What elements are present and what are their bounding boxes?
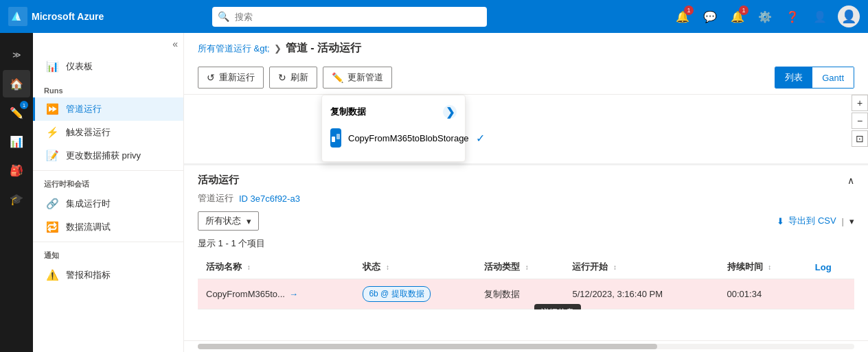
change-capture-icon: 📝	[46, 150, 59, 162]
icon-bar: ≫ 🏠 ✏️ 1 📊 🎒 🎓	[0, 33, 33, 352]
meta-row: 管道运行 ID 3e7c6f92-a3	[198, 192, 854, 204]
dropdown-pipeline-item[interactable]: CopyFromM365toBlobStorage ✓	[322, 123, 465, 153]
alerts-icon: ⚠️	[46, 269, 59, 281]
update-pipeline-label: 更新管道	[347, 71, 383, 84]
runs-group-label: Runs	[33, 81, 183, 97]
content-area: 所有管道运行 &gt; ❯ 管道 - 活动运行 ↺ 重新运行 ↻ 刷新 ✏️ 更…	[184, 33, 868, 352]
breadcrumb-current: 管道 - 活动运行	[286, 41, 361, 56]
svg-rect-2	[336, 134, 340, 139]
col-duration-sort-icon[interactable]: ↕	[768, 263, 771, 271]
export-icon: ⬇	[777, 216, 784, 226]
section-collapse-icon[interactable]: ∧	[847, 175, 854, 186]
search-input[interactable]	[212, 7, 487, 27]
dropdown-title: 复制数据	[330, 106, 366, 118]
search-icon: 🔍	[218, 11, 229, 22]
home-icon-btn[interactable]: 🏠	[3, 70, 30, 97]
export-chevron-icon[interactable]: ▾	[849, 216, 854, 226]
update-pipeline-button[interactable]: ✏️ 更新管道	[323, 67, 392, 89]
fit-button[interactable]: ⊡	[852, 130, 868, 147]
breadcrumb-parent-text: 所有管道运行 &gt;	[198, 43, 270, 54]
pipeline-runs-icon: ⏩	[46, 103, 59, 115]
avatar-button[interactable]: 👤	[838, 5, 860, 27]
col-activity-name-sort-icon[interactable]: ↕	[247, 263, 251, 271]
monitor-icon-btn[interactable]: 📊	[3, 128, 30, 155]
activity-arrow-icon[interactable]: →	[289, 289, 298, 299]
help-button[interactable]: ❓	[780, 4, 805, 29]
dashboard-icon: 📊	[46, 60, 59, 73]
table-header-row: 活动名称 ↕ 状态 ↕ 活动类型 ↕	[198, 255, 854, 279]
scrollbar-container	[184, 340, 868, 352]
sidebar-item-dashboard[interactable]: 📊 仪表板	[33, 55, 183, 78]
gantt-view-button[interactable]: Gantt	[812, 67, 854, 88]
alert-button[interactable]: 🔔 1	[725, 4, 750, 29]
section-header: 活动运行 ∧	[198, 174, 854, 187]
sidebar-item-change-capture[interactable]: 📝 更改数据捕获 privy	[33, 144, 183, 167]
tooltip-popup: 详细信息	[534, 304, 581, 309]
trigger-runs-icon: ⚡	[46, 126, 59, 139]
copy-data-icon	[330, 132, 341, 143]
pipeline-run-id[interactable]: ID 3e7c6f92-a3	[239, 193, 300, 204]
sidebar-divider-1	[33, 170, 183, 171]
sidebar-item-alerts[interactable]: ⚠️ 警报和指标	[33, 263, 183, 287]
rerun-icon: ↺	[207, 72, 215, 83]
sidebar-divider-2	[33, 242, 183, 242]
pencil-icon-btn[interactable]: ✏️ 1	[3, 99, 30, 126]
zoom-out-button[interactable]: −	[852, 113, 868, 129]
col-duration: 持续时间 ↕	[719, 255, 807, 279]
collapse-sidebar-button[interactable]: «	[172, 38, 178, 49]
activity-name-value: CopyFromM365to...	[206, 289, 285, 299]
topbar-actions: 🔔 1 💬 🔔 1 ⚙️ ❓ 👤 👤	[670, 4, 860, 29]
sidebar-item-trigger-runs[interactable]: ⚡ 触发器运行	[33, 121, 183, 144]
pipeline-item-icon	[330, 128, 341, 148]
dropdown-container: 复制数据 ❯ CopyFromM365toBlobStorage ✓	[184, 95, 868, 163]
alert-badge: 1	[739, 5, 749, 15]
col-duration-label: 持续时间	[727, 261, 763, 272]
sidebar-change-capture-label: 更改数据捕获 privy	[66, 150, 141, 162]
side-controls: + − ⊡	[852, 95, 868, 147]
table-row: CopyFromM365to... → 6b @ 提取数据 复制数据 5/12/	[198, 279, 854, 309]
learn-icon-btn[interactable]: 🎓	[3, 185, 30, 213]
export-csv-button[interactable]: ⬇ 导出到 CSV	[777, 215, 836, 227]
export-area: ⬇ 导出到 CSV | ▾	[777, 215, 854, 227]
col-activity-name: 活动名称 ↕	[198, 255, 354, 279]
status-filter-label: 所有状态	[205, 215, 241, 227]
settings-button[interactable]: ⚙️	[753, 4, 777, 29]
scrollbar-thumb[interactable]	[198, 344, 657, 349]
user-button[interactable]: 👤	[808, 4, 832, 29]
table-container: 活动名称 ↕ 状态 ↕ 活动类型 ↕	[198, 255, 854, 309]
main-layout: ≫ 🏠 ✏️ 1 📊 🎒 🎓 « 📊 仪表板 Runs ⏩ 管道运行 ⚡ 触发器…	[0, 33, 868, 352]
filters-row: 所有状态 ▾ ⬇ 导出到 CSV | ▾	[198, 211, 854, 231]
notifications-group-label: 通知	[33, 245, 183, 263]
table-cell-activity-name: CopyFromM365to... →	[198, 279, 354, 309]
export-divider: |	[842, 216, 844, 226]
expand-sidebar-button[interactable]: ≫	[3, 41, 30, 69]
refresh-button[interactable]: ↻ 刷新	[269, 67, 317, 89]
status-badge: 6b @ 提取数据	[363, 286, 430, 302]
col-run-start-label: 运行开始	[572, 261, 608, 272]
col-activity-type-sort-icon[interactable]: ↕	[525, 263, 529, 271]
sidebar-item-integration-runtime[interactable]: 🔗 集成运行时	[33, 192, 183, 215]
table-cell-log	[807, 279, 854, 309]
status-filter-dropdown[interactable]: 所有状态 ▾	[198, 211, 259, 231]
zoom-in-button[interactable]: +	[852, 95, 868, 111]
list-view-button[interactable]: 列表	[775, 67, 812, 88]
sidebar-dataflow-label: 数据流调试	[66, 221, 111, 233]
table-cell-status: 6b @ 提取数据	[354, 279, 476, 309]
dropdown-header: 复制数据 ❯	[322, 101, 465, 123]
sidebar-item-data-flow-debug[interactable]: 🔁 数据流调试	[33, 215, 183, 239]
dropdown-close-icon[interactable]: ❯	[443, 105, 457, 119]
feedback-button[interactable]: 💬	[698, 4, 722, 29]
refresh-icon: ↻	[278, 72, 286, 83]
col-run-start-sort-icon[interactable]: ↕	[613, 263, 617, 271]
topbar: Microsoft Azure 🔍 🔔 1 💬 🔔 1 ⚙️ ❓ 👤 👤	[0, 0, 868, 33]
col-status-sort-icon[interactable]: ↕	[386, 263, 389, 271]
dropdown-item-check-icon: ✓	[476, 132, 485, 145]
sidebar-item-pipeline-runs[interactable]: ⏩ 管道运行	[33, 97, 183, 121]
notification-button[interactable]: 🔔 1	[670, 4, 695, 29]
rerun-button[interactable]: ↺ 重新运行	[198, 67, 264, 89]
breadcrumb-parent-link[interactable]: 所有管道运行 &gt;	[198, 43, 270, 55]
edit-badge: 1	[20, 101, 28, 109]
manage-icon-btn[interactable]: 🎒	[3, 156, 30, 184]
data-flow-debug-icon: 🔁	[46, 221, 59, 233]
activity-section: 活动运行 ∧ 管道运行 ID 3e7c6f92-a3 所有状态 ▾ ⬇ 导出到 …	[184, 165, 868, 340]
